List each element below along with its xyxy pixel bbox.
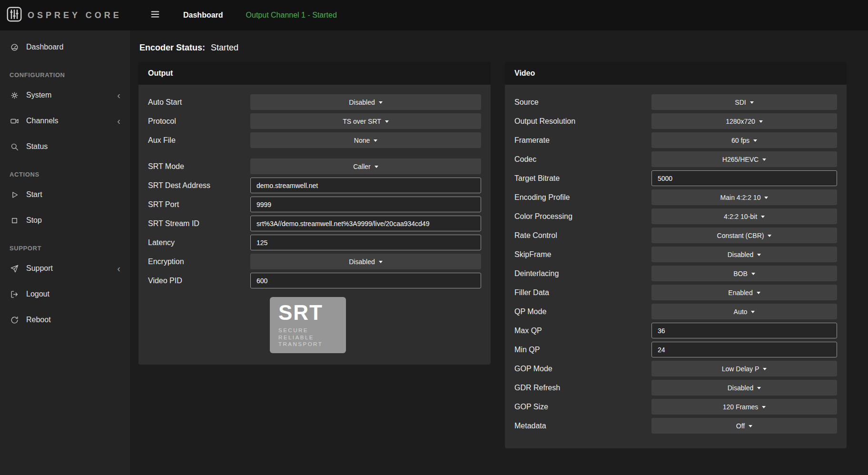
form-row: Output Resolution1280x720	[514, 113, 837, 129]
output-panel-title: Output	[138, 62, 491, 85]
main-content: Encoder Status:Started Output Auto Start…	[130, 30, 868, 475]
sidebar-item-logout[interactable]: Logout	[0, 281, 130, 307]
latency-label: Latency	[148, 238, 250, 247]
reboot-icon	[10, 316, 19, 325]
sidebar-item-start[interactable]: Start	[0, 182, 130, 208]
gdr-refresh-label: GDR Refresh	[514, 384, 651, 392]
srt-logo-title: SRT	[278, 302, 346, 323]
encoder-status-label: Encoder Status:	[139, 43, 205, 52]
framerate-label: Framerate	[514, 136, 651, 145]
aux-file-select[interactable]: None	[250, 132, 481, 148]
rate-control-select[interactable]: Constant (CBR)	[651, 228, 837, 243]
caret-down-icon	[374, 139, 377, 142]
caret-down-icon	[753, 139, 757, 142]
form-row: Auto StartDisabled	[148, 94, 481, 110]
sidebar-item-channels[interactable]: Channels ‹	[0, 108, 130, 134]
select-value: H265/HEVC	[722, 156, 759, 163]
caret-down-icon	[379, 101, 383, 104]
select-value: 1280x720	[726, 118, 755, 125]
video-panel: Video SourceSDIOutput Resolution1280x720…	[505, 62, 847, 448]
form-row: SourceSDI	[514, 94, 837, 110]
protocol-select[interactable]: TS over SRT	[250, 113, 481, 129]
select-value: Disabled	[728, 251, 753, 258]
sidebar-section-support: SUPPORT	[0, 233, 130, 256]
select-value: Low Delay P	[722, 365, 760, 373]
form-row: Aux FileNone	[148, 132, 481, 148]
sidebar-section-configuration: CONFIGURATION	[0, 60, 130, 82]
min-qp-input[interactable]	[651, 342, 837, 357]
sidebar-item-status[interactable]: Status	[0, 134, 130, 159]
sidebar: Dashboard CONFIGURATION System ‹ Channel…	[0, 30, 130, 475]
srt-port-label: SRT Port	[148, 200, 250, 209]
gop-mode-select[interactable]: Low Delay P	[651, 361, 837, 376]
srt-dest-address-input[interactable]	[250, 178, 481, 193]
select-value: 120 Frames	[723, 403, 759, 411]
menu-toggle-icon[interactable]	[150, 9, 160, 21]
gdr-refresh-select[interactable]: Disabled	[651, 380, 837, 396]
chevron-left-icon: ‹	[117, 264, 120, 273]
caret-down-icon	[757, 387, 761, 389]
form-row: MetadataOff	[514, 418, 837, 434]
form-row: ProtocolTS over SRT	[148, 113, 481, 129]
select-value: TS over SRT	[343, 118, 381, 125]
target-bitrate-input[interactable]	[651, 170, 837, 186]
caret-down-icon	[751, 311, 755, 313]
source-select[interactable]: SDI	[651, 94, 837, 110]
srt-stream-id-input[interactable]	[250, 216, 481, 231]
deinterlacing-select[interactable]: BOB	[651, 266, 837, 281]
select-value: Auto	[734, 308, 748, 316]
skipframe-select[interactable]: Disabled	[651, 247, 837, 262]
caret-down-icon	[768, 235, 771, 237]
select-value: None	[354, 137, 370, 144]
caret-down-icon	[763, 368, 767, 370]
latency-input[interactable]	[250, 235, 481, 250]
logout-icon	[10, 290, 19, 299]
srt-logo: SRT SECURE RELIABLE TRANSPORT	[270, 297, 346, 353]
caret-down-icon	[764, 197, 768, 199]
metadata-select[interactable]: Off	[651, 418, 837, 434]
sidebar-item-system[interactable]: System ‹	[0, 82, 130, 108]
sidebar-item-dashboard[interactable]: Dashboard	[0, 34, 130, 60]
select-value: Constant (CBR)	[717, 232, 764, 239]
form-row: SkipFrameDisabled	[514, 247, 837, 262]
video-pid-input[interactable]	[250, 273, 481, 288]
search-icon	[10, 142, 19, 151]
color-processing-select[interactable]: 4:2:2 10-bit	[651, 208, 837, 224]
qp-mode-select[interactable]: Auto	[651, 304, 837, 319]
filler-data-label: Filler Data	[514, 288, 651, 297]
sidebar-item-stop[interactable]: Stop	[0, 208, 130, 233]
topbar-dashboard-link[interactable]: Dashboard	[183, 11, 223, 20]
max-qp-input[interactable]	[651, 323, 837, 338]
sidebar-item-reboot[interactable]: Reboot	[0, 307, 130, 333]
auto-start-label: Auto Start	[148, 98, 250, 107]
srt-stream-id-label: SRT Stream ID	[148, 219, 250, 228]
codec-select[interactable]: H265/HEVC	[651, 151, 837, 167]
topbar-channel-status[interactable]: Output Channel 1 - Started	[246, 11, 337, 20]
select-value: 4:2:2 10-bit	[724, 213, 757, 220]
qp-mode-label: QP Mode	[514, 307, 651, 316]
chevron-left-icon: ‹	[117, 90, 120, 100]
gop-size-select[interactable]: 120 Frames	[651, 399, 837, 415]
sidebar-item-support[interactable]: Support ‹	[0, 256, 130, 281]
sidebar-section-actions: ACTIONS	[0, 159, 130, 182]
caret-down-icon	[761, 216, 765, 218]
sidebar-item-label: Reboot	[26, 316, 51, 324]
auto-start-select[interactable]: Disabled	[250, 94, 481, 110]
framerate-select[interactable]: 60 fps	[651, 132, 837, 148]
encoding-profile-select[interactable]: Main 4:2:2 10	[651, 189, 837, 205]
encryption-select[interactable]: Disabled	[250, 254, 481, 269]
metadata-label: Metadata	[514, 422, 651, 430]
brand-logo-icon	[6, 6, 23, 25]
srt-mode-select[interactable]: Caller	[250, 158, 481, 174]
gop-mode-label: GOP Mode	[514, 365, 651, 373]
form-row: GOP Size120 Frames	[514, 399, 837, 415]
video-panel-title: Video	[505, 62, 847, 85]
srt-port-input[interactable]	[250, 197, 481, 212]
filler-data-select[interactable]: Enabled	[651, 285, 837, 300]
codec-label: Codec	[514, 155, 651, 164]
srt-mode-label: SRT Mode	[148, 162, 250, 171]
skipframe-label: SkipFrame	[514, 250, 651, 259]
rate-control-label: Rate Control	[514, 231, 651, 240]
select-value: Disabled	[349, 258, 375, 266]
output-resolution-select[interactable]: 1280x720	[651, 113, 837, 129]
